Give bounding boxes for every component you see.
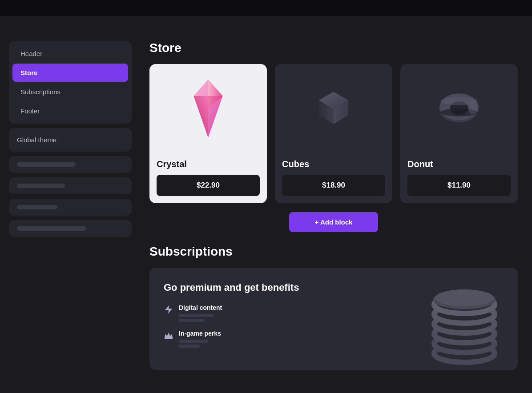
crystal-name: Crystal [157, 159, 260, 169]
app-layout: Header Store Subscriptions Footer Global… [0, 16, 532, 393]
donut-name: Donut [407, 159, 511, 169]
crystal-image-area [149, 64, 267, 153]
top-bar [0, 0, 532, 16]
benefit-ingame-bar-2 [179, 345, 200, 348]
benefit-ingame-perks: In-game perks [164, 330, 367, 348]
benefit-ingame-bar-1 [179, 340, 208, 343]
crystal-icon [181, 77, 235, 140]
store-title: Store [149, 41, 518, 55]
crystal-price-button[interactable]: $22.90 [157, 175, 260, 196]
benefit-digital-content: Digital content [164, 304, 367, 322]
benefit-ingame-text: In-game perks [179, 330, 221, 348]
cubes-icon [311, 86, 356, 131]
cubes-name: Cubes [282, 159, 385, 169]
subscriptions-title: Subscriptions [149, 245, 518, 259]
skeleton-box-1 [9, 156, 132, 173]
cubes-card-bottom: Cubes $18.90 [275, 153, 392, 203]
subscriptions-visual [402, 268, 518, 370]
store-grid: Crystal $22.90 [149, 64, 518, 203]
subscriptions-card: Go premium and get benefits Digital cont… [149, 268, 518, 370]
sidebar-item-header[interactable]: Header [12, 44, 128, 63]
store-card-cubes: Cubes $18.90 [275, 64, 392, 203]
svg-marker-3 [193, 80, 208, 96]
skeleton-box-2 [9, 177, 132, 194]
svg-point-30 [435, 289, 494, 306]
benefit-digital-label: Digital content [179, 304, 222, 311]
subscriptions-content: Go premium and get benefits Digital cont… [164, 282, 367, 356]
skeleton-bar-1 [17, 162, 76, 167]
svg-marker-15 [165, 305, 173, 313]
sidebar: Header Store Subscriptions Footer Global… [0, 32, 141, 393]
crown-icon [164, 330, 173, 340]
donut-image-area [400, 64, 518, 153]
skeleton-bar-2 [17, 184, 65, 188]
donut-icon [432, 86, 486, 131]
sidebar-item-footer[interactable]: Footer [12, 102, 128, 120]
skeleton-box-3 [9, 199, 132, 216]
spring-decoration-icon [415, 272, 513, 370]
benefit-digital-bar-1 [179, 314, 214, 317]
sidebar-nav: Header Store Subscriptions Footer [9, 41, 132, 124]
svg-point-14 [468, 101, 478, 115]
skeleton-bar-4 [17, 226, 86, 231]
svg-marker-2 [193, 96, 208, 137]
donut-price-button[interactable]: $11.90 [407, 175, 511, 196]
cubes-image-area [275, 64, 392, 153]
subscriptions-card-title: Go premium and get benefits [164, 282, 367, 293]
add-block-row: + Add block [149, 212, 518, 232]
benefit-ingame-label: In-game perks [179, 330, 221, 337]
main-content: Store [141, 32, 532, 393]
benefit-digital-bar-2 [179, 319, 205, 322]
skeleton-box-4 [9, 220, 132, 237]
skeleton-bar-3 [17, 205, 57, 209]
add-block-button[interactable]: + Add block [289, 212, 378, 232]
sidebar-item-store[interactable]: Store [12, 64, 128, 82]
lightning-icon [164, 305, 173, 314]
donut-card-bottom: Donut $11.90 [400, 153, 518, 203]
store-card-donut: Donut $11.90 [400, 64, 518, 203]
crystal-card-bottom: Crystal $22.90 [149, 153, 267, 203]
sidebar-item-subscriptions[interactable]: Subscriptions [12, 83, 128, 101]
cubes-price-button[interactable]: $18.90 [282, 175, 385, 196]
store-card-crystal: Crystal $22.90 [149, 64, 267, 203]
global-theme-label: Global theme [17, 136, 56, 144]
benefit-digital-content-text: Digital content [179, 304, 222, 322]
global-theme-box[interactable]: Global theme [9, 128, 132, 152]
svg-rect-16 [165, 338, 173, 339]
